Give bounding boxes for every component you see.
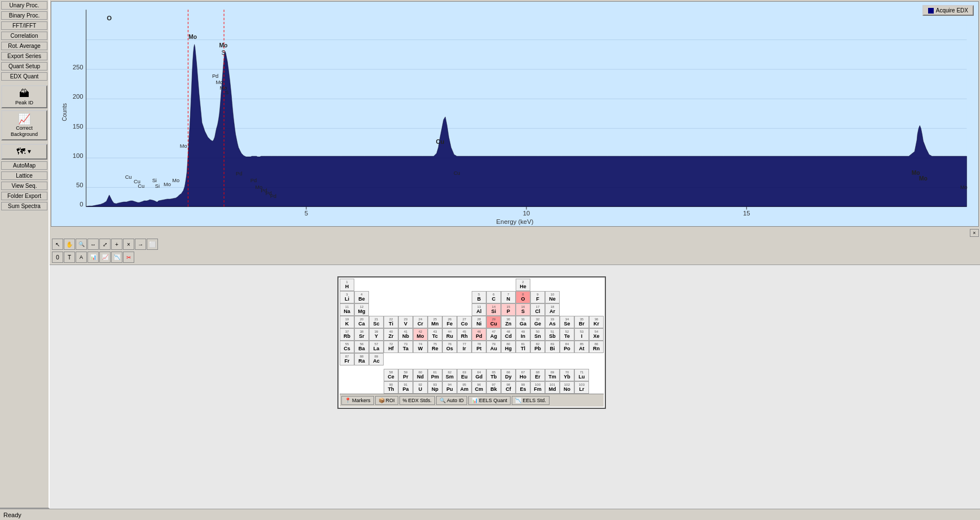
element-Pa[interactable]: 91Pa: [398, 381, 413, 394]
element-Ne[interactable]: 10Ne: [545, 291, 560, 303]
element-Po[interactable]: 84Po: [560, 341, 574, 353]
element-H[interactable]: 1 H: [340, 279, 354, 291]
element-As[interactable]: 33As: [545, 316, 560, 328]
element-C[interactable]: 6C: [486, 291, 501, 303]
element-Dy[interactable]: 66Dy: [501, 369, 516, 381]
element-Cd[interactable]: 48Cd: [501, 328, 516, 341]
element-Gd[interactable]: 64Gd: [472, 369, 486, 381]
element-Xe[interactable]: 54Xe: [589, 328, 604, 341]
rot-average-button[interactable]: Rot. Average: [1, 42, 47, 50]
element-Cl[interactable]: 17Cl: [530, 303, 545, 316]
element-At[interactable]: 85At: [574, 341, 589, 353]
element-Np[interactable]: 93Np: [428, 381, 442, 394]
element-Ga[interactable]: 31Ga: [516, 316, 530, 328]
binary-proc-button[interactable]: Binary Proc.: [1, 11, 47, 20]
element-In[interactable]: 49In: [516, 328, 530, 341]
element-S[interactable]: 16S: [516, 303, 530, 316]
element-Fm[interactable]: 100Fm: [530, 381, 545, 394]
element-Pb[interactable]: 82Pb: [530, 341, 545, 353]
element-Ac[interactable]: 89Ac: [369, 353, 384, 365]
element-Ta[interactable]: 73Ta: [398, 341, 413, 353]
element-Hf[interactable]: 72Hf: [384, 341, 398, 353]
element-Pm[interactable]: 61Pm: [428, 369, 442, 381]
zero-tool[interactable]: 0: [52, 252, 63, 263]
element-Li[interactable]: 3Li: [340, 291, 354, 303]
element-Si[interactable]: 14Si: [486, 303, 501, 316]
hand-tool[interactable]: ✋: [64, 239, 75, 250]
element-Ir[interactable]: 77Ir: [457, 341, 472, 353]
element-Th[interactable]: 90Th: [384, 381, 398, 394]
element-Ru[interactable]: 44Ru: [442, 328, 457, 341]
element-Sc[interactable]: 21Sc: [369, 316, 384, 328]
element-Ag[interactable]: 47Ag: [486, 328, 501, 341]
element-Cr[interactable]: 24Cr: [413, 316, 428, 328]
element-Rh[interactable]: 45Rh: [457, 328, 472, 341]
element-Tb[interactable]: 65Tb: [486, 369, 501, 381]
bar-chart-tool[interactable]: 📊: [87, 252, 99, 263]
element-Sn[interactable]: 50Sn: [530, 328, 545, 341]
element-Kr[interactable]: 36Kr: [589, 316, 604, 328]
automap-button[interactable]: AutoMap: [1, 161, 47, 170]
eels-quant-button[interactable]: 📊 EELS Quant: [468, 396, 511, 405]
edx-stds-button[interactable]: % EDX Stds.: [399, 396, 436, 405]
element-P[interactable]: 15P: [501, 303, 516, 316]
element-Nd[interactable]: 60Nd: [413, 369, 428, 381]
element-Ge[interactable]: 32Ge: [530, 316, 545, 328]
element-Cu[interactable]: 29Cu: [486, 316, 501, 328]
element-B[interactable]: 5B: [472, 291, 486, 303]
close-panel-button[interactable]: ×: [970, 229, 979, 237]
element-Tm[interactable]: 69Tm: [545, 369, 560, 381]
element-Sb[interactable]: 51Sb: [545, 328, 560, 341]
element-Na[interactable]: 11Na: [340, 303, 354, 316]
sum-spectra-button[interactable]: Sum Spectra: [1, 202, 47, 210]
element-U[interactable]: 92U: [413, 381, 428, 394]
element-Cf[interactable]: 98Cf: [501, 381, 516, 394]
element-F[interactable]: 9F: [530, 291, 545, 303]
element-Al[interactable]: 13Al: [472, 303, 486, 316]
cross-tool[interactable]: ×: [123, 239, 134, 250]
add-tool[interactable]: +: [111, 239, 122, 250]
pan-tool[interactable]: ↔: [87, 239, 99, 250]
element-Ba[interactable]: 56Ba: [354, 341, 369, 353]
element-Mo[interactable]: 42Mo: [413, 328, 428, 341]
element-Mn[interactable]: 25Mn: [428, 316, 442, 328]
element-Sr[interactable]: 38Sr: [354, 328, 369, 341]
element-Br[interactable]: 35Br: [574, 316, 589, 328]
auto-id-button[interactable]: 🔍 Auto ID: [436, 396, 467, 405]
arrow-tool[interactable]: →: [135, 239, 146, 250]
element-Hg[interactable]: 80Hg: [501, 341, 516, 353]
element-O[interactable]: 8O: [516, 291, 530, 303]
peak-id-button[interactable]: 🏔 Peak ID: [1, 85, 47, 108]
quant-setup-button[interactable]: Quant Setup: [1, 62, 47, 70]
element-Zn[interactable]: 30Zn: [501, 316, 516, 328]
element-Fe[interactable]: 26Fe: [442, 316, 457, 328]
text-tool[interactable]: T: [64, 252, 75, 263]
element-W[interactable]: 74W: [413, 341, 428, 353]
element-Tl[interactable]: 81Tl: [516, 341, 530, 353]
element-Be[interactable]: 4Be: [354, 291, 369, 303]
element-Se[interactable]: 34Se: [560, 316, 574, 328]
correlation-button[interactable]: Correlation: [1, 32, 47, 40]
element-N[interactable]: 7N: [501, 291, 516, 303]
element-Cs[interactable]: 55Cs: [340, 341, 354, 353]
element-Es[interactable]: 99Es: [516, 381, 530, 394]
element-He[interactable]: 2 He: [516, 279, 530, 291]
rect-tool[interactable]: ⬜: [147, 239, 158, 250]
element-Au[interactable]: 79Au: [486, 341, 501, 353]
unary-proc-button[interactable]: Unary Proc.: [1, 1, 47, 10]
element-Pd[interactable]: 46Pd: [472, 328, 486, 341]
element-La[interactable]: 57La: [369, 341, 384, 353]
element-Sm[interactable]: 62Sm: [442, 369, 457, 381]
markers-button[interactable]: 📍 Markers: [341, 396, 374, 405]
element-Ni[interactable]: 28Ni: [472, 316, 486, 328]
view-seq-button[interactable]: View Seq.: [1, 182, 47, 190]
element-Cm[interactable]: 96Cm: [472, 381, 486, 394]
element-K[interactable]: 19K: [340, 316, 354, 328]
element-Zr[interactable]: 40Zr: [384, 328, 398, 341]
element-Am[interactable]: 95Am: [457, 381, 472, 394]
element-Eu[interactable]: 63Eu: [457, 369, 472, 381]
acquire-edx-button[interactable]: Acquire EDX: [922, 5, 974, 16]
element-Ar[interactable]: 18Ar: [545, 303, 560, 316]
element-Er[interactable]: 68Er: [530, 369, 545, 381]
cut-tool[interactable]: ✂: [123, 252, 134, 263]
